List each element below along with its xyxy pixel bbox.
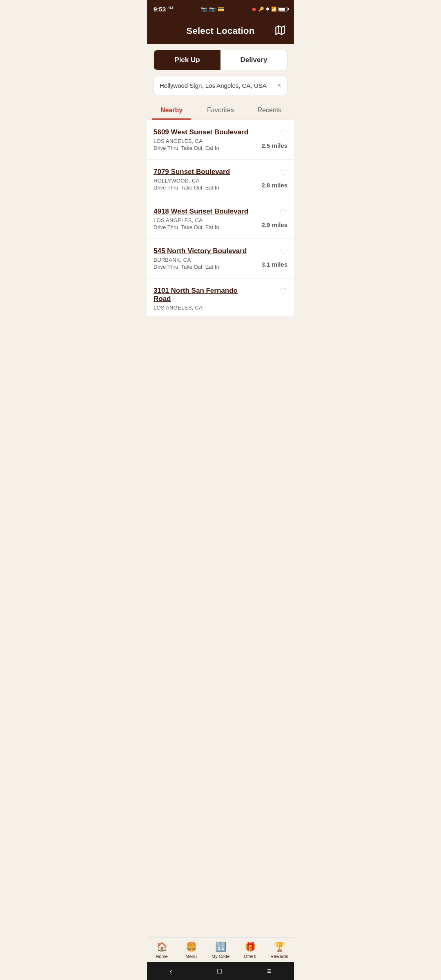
list-item[interactable]: 7079 Sunset Boulevard HOLLYWOOD, CA Driv…: [147, 160, 294, 199]
location-right: ♡ 2.5 miles: [255, 128, 287, 149]
location-right: ♡: [255, 287, 287, 297]
list-item[interactable]: 545 North Victory Boulevard Burbank, CA …: [147, 239, 294, 278]
location-info: 545 North Victory Boulevard Burbank, CA …: [154, 247, 255, 270]
location-city: LOS ANGELES, CA: [154, 305, 255, 311]
location-services: Drive Thru, Take Out, Eat In: [154, 264, 255, 270]
favorite-button[interactable]: ♡: [279, 168, 287, 178]
map-icon[interactable]: [274, 24, 286, 38]
location-city: HOLLYWOOD, CA: [154, 178, 255, 184]
location-right: ♡ 2.9 miles: [255, 207, 287, 228]
location-info: 4918 West Sunset Boulevard LOS ANGELES, …: [154, 207, 255, 230]
location-info: 7079 Sunset Boulevard HOLLYWOOD, CA Driv…: [154, 168, 255, 191]
tab-recents[interactable]: Recents: [245, 101, 294, 120]
location-distance: 2.9 miles: [262, 221, 287, 228]
location-info: 3101 North San Fernando Road LOS ANGELES…: [154, 287, 255, 312]
svg-marker-0: [276, 26, 285, 35]
location-tabs: Nearby Favorites Recents: [147, 101, 294, 120]
header: Select Location: [147, 18, 294, 44]
location-city: LOS ANGELES, CA: [154, 217, 255, 223]
location-right: ♡ 2.8 miles: [255, 168, 287, 189]
search-value[interactable]: Hollywood Sign, Los Angeles, CA, USA: [160, 82, 274, 89]
bluetooth-icon: ✱: [266, 7, 270, 12]
battery-icon: [278, 7, 287, 11]
location-distance: 3.1 miles: [262, 261, 287, 268]
list-item[interactable]: 4918 West Sunset Boulevard LOS ANGELES, …: [147, 199, 294, 239]
status-time: 9:53 AM: [154, 6, 173, 13]
favorite-button[interactable]: ♡: [279, 247, 287, 258]
list-item[interactable]: 3101 North San Fernando Road LOS ANGELES…: [147, 278, 294, 316]
instagram-icon: 📷: [209, 6, 216, 12]
location-street: 3101 North San Fernando Road: [154, 287, 255, 303]
main-content: Pick Up Delivery Hollywood Sign, Los Ang…: [147, 44, 294, 369]
location-street: 545 North Victory Boulevard: [154, 247, 255, 255]
camera-icon: 📷: [200, 6, 207, 12]
location-info: 5609 West Sunset Boulevard LOS ANGELES, …: [154, 128, 255, 151]
location-city: Burbank, CA: [154, 257, 255, 263]
tab-favorites[interactable]: Favorites: [196, 101, 245, 120]
favorite-button[interactable]: ♡: [279, 128, 287, 139]
location-services: Drive Thru, Take Out, Eat In: [154, 224, 255, 230]
location-list: 5609 West Sunset Boulevard LOS ANGELES, …: [147, 120, 294, 316]
status-icons-right: ⏺ 🔑 ✱ 📶: [252, 6, 287, 12]
location-street: 7079 Sunset Boulevard: [154, 168, 255, 176]
order-type-toggle: Pick Up Delivery: [154, 50, 287, 70]
tab-nearby[interactable]: Nearby: [147, 101, 196, 120]
delivery-tab[interactable]: Delivery: [220, 50, 287, 70]
favorite-button[interactable]: ♡: [279, 287, 287, 297]
location-city: LOS ANGELES, CA: [154, 138, 255, 144]
location-distance: 2.5 miles: [262, 142, 287, 149]
location-street: 5609 West Sunset Boulevard: [154, 128, 255, 136]
location-right: ♡ 3.1 miles: [255, 247, 287, 268]
favorite-button[interactable]: ♡: [279, 207, 287, 218]
key-icon: 🔑: [258, 7, 264, 12]
signal-icon: 📶: [271, 7, 277, 12]
search-box: Hollywood Sign, Los Angeles, CA, USA ×: [154, 76, 287, 95]
wallet-icon: 💳: [218, 6, 224, 12]
page-title: Select Location: [186, 26, 254, 36]
location-street: 4918 West Sunset Boulevard: [154, 207, 255, 216]
status-icons-left: 📷 📷 💳: [200, 6, 224, 12]
status-bar: 9:53 AM 📷 📷 💳 ⏺ 🔑 ✱ 📶: [147, 0, 294, 18]
list-item[interactable]: 5609 West Sunset Boulevard LOS ANGELES, …: [147, 120, 294, 160]
location-services: Drive Thru, Take Out, Eat In: [154, 145, 255, 151]
recording-icon: ⏺: [252, 6, 257, 12]
location-distance: 2.8 miles: [262, 182, 287, 189]
clear-search-button[interactable]: ×: [274, 81, 281, 90]
pickup-tab[interactable]: Pick Up: [154, 50, 220, 70]
location-services: Drive Thru, Take Out, Eat In: [154, 185, 255, 191]
